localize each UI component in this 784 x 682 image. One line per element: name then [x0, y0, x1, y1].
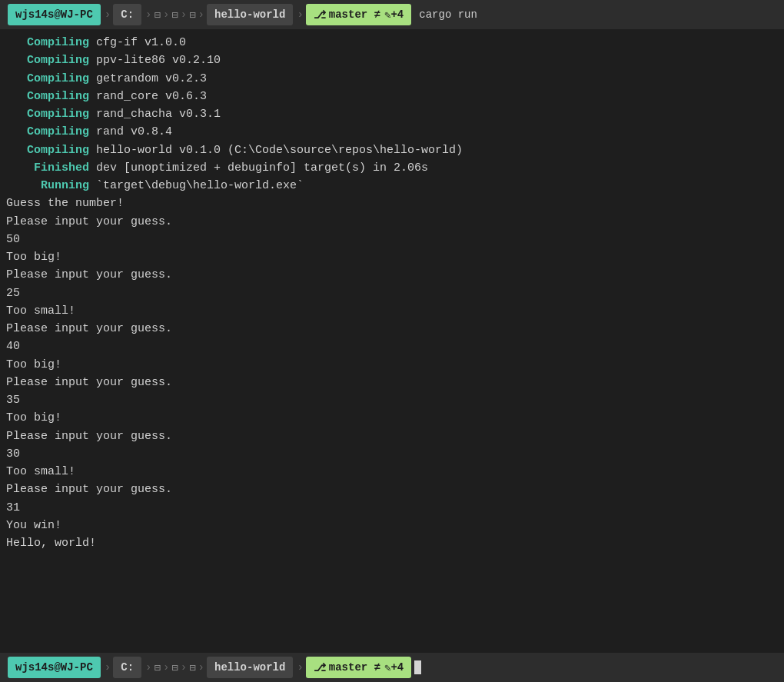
folder-icon-2: ⊟	[171, 8, 178, 22]
terminal-line: Too small!	[6, 463, 778, 481]
terminal-line: Too big!	[6, 248, 778, 266]
terminal-line: Please input your guess.	[6, 427, 778, 445]
git-branch: master ≠	[329, 8, 380, 21]
terminal-line: Hello, world!	[6, 534, 778, 552]
bottombar-inner: wjs14s@WJ-PC › C: › ⊟ › ⊟ › ⊟ › hello-wo…	[8, 653, 421, 682]
terminal-line: Guess the number!	[6, 195, 778, 212]
git-edit-icon: ✎	[384, 8, 390, 22]
terminal-line: 31	[6, 499, 778, 517]
title-bar: wjs14s@WJ-PC › C: › ⊟ › ⊟ › ⊟ › hello-wo…	[0, 0, 784, 29]
terminal-line: 40	[6, 338, 778, 355]
terminal-line: Compiling getrandom v0.2.3	[6, 70, 778, 88]
terminal-line: Please input your guess.	[6, 266, 778, 284]
terminal-line: Finished dev [unoptimized + debuginfo] t…	[6, 159, 778, 177]
bottom-username: wjs14s@WJ-PC	[8, 657, 101, 678]
bottom-git-icon: ⎇	[314, 661, 326, 674]
chevron-5: ›	[198, 8, 204, 21]
terminal-line: Compiling rand_core v0.6.3	[6, 88, 778, 105]
folder-icon-1: ⊟	[154, 8, 160, 22]
chevron-1: ›	[105, 8, 111, 21]
terminal-body: Compiling cfg-if v1.0.0 Compiling ppv-li…	[0, 29, 784, 653]
bottom-bar: wjs14s@WJ-PC › C: › ⊟ › ⊟ › ⊟ › hello-wo…	[0, 653, 784, 682]
bottom-folder-3: ⊟	[189, 661, 195, 674]
terminal-line: You win!	[6, 517, 778, 534]
chevron-6: ›	[297, 8, 303, 21]
folder-icon-3: ⊟	[189, 8, 195, 22]
bottom-git-branch: master ≠	[329, 661, 380, 674]
bottom-chevron-2: ›	[145, 661, 151, 674]
git-segment: ⎇ master ≠ ✎ +4	[306, 4, 411, 25]
chevron-2: ›	[145, 8, 151, 21]
bottom-chevron-5: ›	[198, 661, 204, 674]
terminal-line: Compiling rand_chacha v0.3.1	[6, 105, 778, 123]
titlebar-inner: wjs14s@WJ-PC › C: › ⊟ › ⊟ › ⊟ › hello-wo…	[8, 0, 477, 29]
bottom-drive: C:	[113, 657, 141, 678]
cursor	[414, 660, 421, 674]
terminal-line: Running `target\debug\hello-world.exe`	[6, 177, 778, 195]
terminal-line: 35	[6, 391, 778, 409]
terminal-line: Compiling rand v0.8.4	[6, 123, 778, 141]
chevron-4: ›	[181, 8, 187, 21]
bottom-chevron-4: ›	[181, 661, 187, 674]
drive-segment: C:	[113, 4, 141, 25]
terminal-line: Compiling cfg-if v1.0.0	[6, 34, 778, 52]
terminal-line: Too small!	[6, 302, 778, 320]
terminal-line: Please input your guess.	[6, 320, 778, 338]
git-changes: +4	[390, 8, 404, 21]
bottom-git-changes: +4	[390, 661, 404, 674]
terminal-line: 30	[6, 445, 778, 463]
bottom-chevron-1: ›	[105, 661, 111, 674]
bottom-chevron-3: ›	[163, 661, 169, 674]
command-text: cargo run	[419, 8, 477, 21]
terminal-line: Too big!	[6, 409, 778, 427]
terminal-line: 25	[6, 284, 778, 302]
bottom-git-edit-icon: ✎	[384, 661, 390, 674]
bottom-folder-1: ⊟	[154, 661, 160, 674]
terminal-line: Compiling ppv-lite86 v0.2.10	[6, 52, 778, 69]
terminal-line: Too big!	[6, 356, 778, 374]
terminal-line: Please input your guess.	[6, 374, 778, 391]
terminal-line: Compiling hello-world v0.1.0 (C:\Code\so…	[6, 141, 778, 159]
bottom-folder-2: ⊟	[171, 661, 178, 674]
git-icon: ⎇	[314, 8, 326, 22]
terminal-line: Please input your guess.	[6, 213, 778, 231]
bottom-chevron-6: ›	[297, 661, 303, 674]
terminal-line: Please input your guess.	[6, 481, 778, 498]
username-segment: wjs14s@WJ-PC	[8, 4, 101, 25]
terminal-line: 50	[6, 231, 778, 248]
chevron-3: ›	[163, 8, 169, 21]
bottom-project: hello-world	[207, 657, 293, 678]
bottom-git: ⎇ master ≠ ✎ +4	[306, 657, 411, 678]
project-segment: hello-world	[207, 4, 293, 25]
